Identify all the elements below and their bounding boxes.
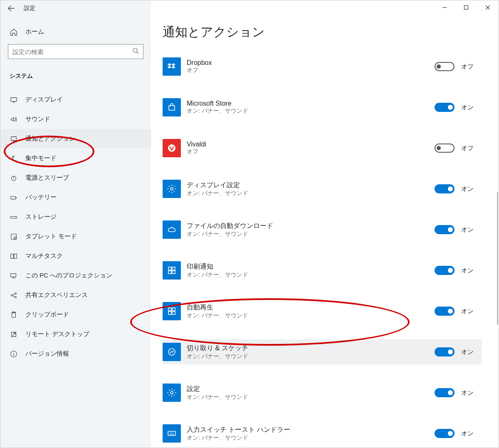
toggle-switch[interactable] <box>435 347 455 356</box>
remote-icon <box>10 331 18 338</box>
sidebar-item-power[interactable]: 電源とスリープ <box>0 168 151 188</box>
svg-rect-1 <box>11 97 17 101</box>
titlebar-left: 設定 <box>0 0 151 16</box>
app-info: ディスプレイ設定オン: バナー、サウンド <box>187 181 435 197</box>
storage-icon <box>10 213 18 221</box>
toggle-switch[interactable] <box>435 144 455 153</box>
toggle-state-label: オン <box>461 430 478 438</box>
toggle-state-label: オン <box>461 307 478 315</box>
app-row[interactable]: Vivaldiオフオフ <box>163 136 482 161</box>
toggle-state-label: オフ <box>461 144 478 152</box>
sidebar-item-remote[interactable]: リモート デスクトップ <box>0 324 151 344</box>
app-sublabel: オフ <box>187 67 435 74</box>
search-input[interactable] <box>12 48 132 55</box>
app-label: Dropbox <box>187 59 435 67</box>
maximize-button[interactable] <box>455 0 477 15</box>
app-row[interactable]: 切り取り & スケッチオン: バナー、サウンドオン <box>163 339 482 364</box>
sidebar-item-projection[interactable]: この PC へのプロジェクション <box>0 266 151 285</box>
sidebar-item-focus[interactable]: 集中モード <box>0 149 151 168</box>
svg-rect-27 <box>168 308 171 311</box>
app-row[interactable]: 設定オン: バナー、サウンドオン <box>163 380 482 405</box>
app-info: Microsoft Storeオン: バナー、サウンド <box>187 100 435 115</box>
app-sublabel: オン: バナー、サウンド <box>187 312 435 319</box>
toggle-switch[interactable] <box>435 62 455 71</box>
app-row[interactable]: 入力スイッチ トースト ハンドラーオン: バナー、サウンドオン <box>163 421 482 446</box>
sound-icon <box>10 116 18 123</box>
vivaldi-icon <box>163 139 181 157</box>
app-info: ファイルの自動ダウンロードオン: バナー、サウンド <box>187 222 435 238</box>
app-row[interactable]: ディスプレイ設定オン: バナー、サウンドオン <box>163 176 482 201</box>
app-info: 切り取り & スケッチオン: バナー、サウンド <box>187 344 435 360</box>
svg-rect-2 <box>11 136 17 140</box>
app-row[interactable]: Microsoft Storeオン: バナー、サウンドオン <box>163 95 482 120</box>
sidebar-item-label: ディスプレイ <box>25 96 63 104</box>
app-row[interactable]: Dropboxオフオフ <box>163 54 482 79</box>
toggle-state-label: オン <box>461 104 478 111</box>
close-button[interactable] <box>477 0 499 15</box>
toggle-switch[interactable] <box>435 266 455 275</box>
app-info: Dropboxオフ <box>187 59 435 74</box>
search-icon <box>132 47 139 56</box>
sidebar-item-sound[interactable]: サウンド <box>0 109 151 129</box>
sidebar-item-label: サウンド <box>25 115 50 123</box>
svg-rect-30 <box>172 312 175 314</box>
svg-rect-33 <box>168 431 175 436</box>
tiles-icon <box>163 261 181 280</box>
toggle-switch[interactable] <box>435 388 455 397</box>
app-sublabel: オン: バナー、サウンド <box>187 271 435 279</box>
toggle-wrap: オン <box>435 103 478 112</box>
cloud-icon <box>163 220 181 239</box>
app-row[interactable]: 自動再生オン: バナー、サウンドオン <box>163 299 482 324</box>
app-sublabel: オン: バナー、サウンド <box>187 190 435 197</box>
app-sublabel: オン: バナー、サウンド <box>187 394 435 401</box>
store-icon <box>163 98 181 116</box>
app-label: ファイルの自動ダウンロード <box>187 222 435 230</box>
scrollbar[interactable] <box>497 192 498 325</box>
svg-point-15 <box>15 296 17 298</box>
toggle-wrap: オン <box>435 184 478 193</box>
sidebar-item-clipboard[interactable]: クリップボード <box>0 305 151 324</box>
sidebar-item-about[interactable]: バージョン情報 <box>0 344 151 364</box>
app-label: 切り取り & スケッチ <box>187 344 435 353</box>
minimize-button[interactable] <box>434 0 455 15</box>
app-row[interactable]: 印刷通知オン: バナー、サウンドオン <box>163 258 482 283</box>
sidebar-item-shared[interactable]: 共有エクスペリエンス <box>0 285 151 305</box>
svg-rect-10 <box>11 254 13 258</box>
toggle-switch[interactable] <box>435 429 455 438</box>
toggle-wrap: オフ <box>435 62 478 71</box>
sidebar-item-label: 集中モード <box>25 154 57 162</box>
window-title: 設定 <box>24 5 35 12</box>
app-label: 入力スイッチ トースト ハンドラー <box>187 426 435 434</box>
toggle-switch[interactable] <box>435 225 455 234</box>
toggle-switch[interactable] <box>435 184 455 193</box>
search-box[interactable] <box>8 44 143 59</box>
page-title: 通知とアクション <box>163 24 499 41</box>
back-button[interactable] <box>8 5 15 12</box>
toggle-wrap: オフ <box>435 144 478 153</box>
sidebar-item-label: クリップボード <box>25 311 69 319</box>
app-label: Microsoft Store <box>187 100 435 107</box>
app-row[interactable]: ファイルの自動ダウンロードオン: バナー、サウンドオン <box>163 217 482 242</box>
sidebar-item-multitask[interactable]: マルチタスク <box>0 246 151 266</box>
app-info: 印刷通知オン: バナー、サウンド <box>187 262 435 279</box>
sidebar-item-display[interactable]: ディスプレイ <box>0 90 151 109</box>
clipboard-icon <box>10 311 18 319</box>
toggle-switch[interactable] <box>435 103 455 112</box>
sidebar-item-notifications[interactable]: 通知とアクション <box>0 129 151 149</box>
svg-rect-23 <box>168 267 171 270</box>
sidebar-item-label: バッテリー <box>25 193 57 201</box>
app-label: 設定 <box>187 385 435 394</box>
sidebar-item-storage[interactable]: ストレージ <box>0 207 151 227</box>
sidebar-item-label: バージョン情報 <box>25 350 69 358</box>
window-controls <box>434 0 499 15</box>
toggle-switch[interactable] <box>435 307 455 316</box>
sidebar-item-battery[interactable]: バッテリー <box>0 188 151 207</box>
sidebar-item-label: ストレージ <box>25 213 57 221</box>
sidebar-item-label: この PC へのプロジェクション <box>25 272 112 280</box>
svg-point-22 <box>170 188 173 190</box>
toggle-state-label: オン <box>461 348 478 356</box>
sidebar-item-tablet[interactable]: タブレット モード <box>0 227 151 246</box>
app-label: 自動再生 <box>187 303 435 312</box>
home-link[interactable]: ホーム <box>0 16 151 44</box>
dropbox-icon <box>163 57 181 76</box>
